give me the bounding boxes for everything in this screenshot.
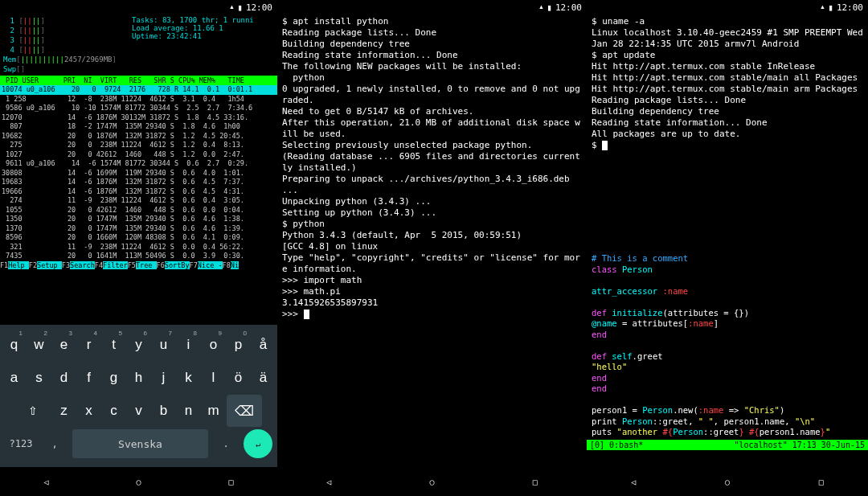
key-k[interactable]: k (177, 362, 200, 394)
status-bar: 12:00 (0, 0, 277, 14)
process-row[interactable]: 275 20 0 238M 11224 4612 S 1.2 0.4 8:13. (0, 141, 277, 150)
key-v[interactable]: v (127, 395, 150, 427)
panel-python-terminal: 12:00 $ apt install python Reading packa… (277, 0, 587, 496)
status-bar: 12:00 (587, 0, 868, 14)
key-r[interactable]: 4r (77, 329, 100, 361)
key-ä[interactable]: ä (252, 362, 275, 394)
empty-space (587, 147, 868, 252)
status-time: 12:00 (837, 2, 863, 13)
process-row[interactable]: 19683 14 -6 1876M 132M 31872 S 0.6 4.5 7… (0, 178, 277, 187)
panel-htop: 12:00 1 [||||]2 [||||]3 [||||]4 [||||]Me… (0, 0, 277, 496)
key-q[interactable]: 1q (2, 329, 26, 361)
htop-process-list[interactable]: 10074 u0_a106 20 0 9724 2176 728 R 14.1 … (0, 85, 277, 261)
key-f[interactable]: f (77, 362, 100, 394)
tmux-status-bar: [0] 0:bash* "localhost" 17:13 30-Jun-15 (587, 440, 868, 450)
key-y[interactable]: 6y (127, 329, 150, 361)
recents-button[interactable]: □ (223, 473, 240, 490)
process-row[interactable]: 19666 14 -6 1876M 132M 31872 S 0.6 4.5 4… (0, 187, 277, 197)
home-button[interactable]: ○ (423, 473, 440, 490)
process-row[interactable]: 1370 20 0 1747M 135M 29340 S 0.6 4.6 1:3… (0, 224, 277, 234)
backspace-key[interactable]: ⌫ (227, 395, 262, 427)
process-row[interactable]: 8596 20 0 1660M 120M 48308 S 0.6 4.1 0:0… (0, 233, 277, 243)
wifi-icon (538, 2, 544, 13)
key-z[interactable]: z (52, 395, 76, 427)
key-g[interactable]: g (102, 362, 125, 394)
key-s[interactable]: s (27, 362, 51, 394)
android-navbar: ◁ ○ □ (0, 467, 277, 496)
back-button[interactable]: ◁ (38, 473, 55, 490)
htop-uptime: Uptime: 23:42:41 (132, 32, 254, 40)
process-row[interactable]: 1 258 12 -8 238M 11224 4612 S 3.1 0.4 1h… (0, 95, 277, 105)
symbols-key[interactable]: ?123 (5, 429, 37, 458)
battery-icon (828, 2, 833, 13)
key-l[interactable]: l (202, 362, 225, 394)
key-w[interactable]: 2w (27, 329, 51, 361)
key-b[interactable]: b (152, 395, 175, 427)
key-u[interactable]: 7u (152, 329, 175, 361)
wifi-icon (229, 2, 235, 13)
process-row[interactable]: 807 18 -2 1747M 135M 29340 S 1.8 4.6 1h0… (0, 122, 277, 132)
process-row[interactable]: 321 11 -9 238M 11224 4612 S 0.0 0.4 56:2… (0, 243, 277, 252)
android-navbar: ◁ ○ □ (587, 467, 868, 496)
key-p[interactable]: 0p (227, 329, 250, 361)
cursor (602, 141, 608, 150)
htop-load: Load average: 11.66 1 (132, 24, 254, 32)
key-t[interactable]: 5t (102, 329, 125, 361)
process-row[interactable]: 274 11 -9 238M 11224 4612 S 0.6 0.4 3:05… (0, 196, 277, 206)
key-x[interactable]: x (77, 395, 100, 427)
key-d[interactable]: d (52, 362, 76, 394)
wifi-icon (820, 2, 825, 13)
key-å[interactable]: å (252, 329, 275, 361)
process-row[interactable]: 9586 u0_a106 10 -10 1574M 81772 30344 S … (0, 104, 277, 113)
process-row[interactable]: 7435 20 0 1641M 113M 50496 S 0.0 3.9 0:3… (0, 252, 277, 261)
soft-keyboard[interactable]: 1q2w3e4r5t6y7u8i9o0på asdfghjklöä ⇧ zxcv… (0, 325, 277, 467)
key-c[interactable]: c (102, 395, 125, 427)
panel-apt-ruby: 12:00 $ uname -a Linux localhost 3.10.40… (587, 0, 868, 496)
htop-summary: 1 [||||]2 [||||]3 [||||]4 [||||]Mem[||||… (0, 14, 277, 76)
htop-header: PID USER PRI NI VIRT RES SHR S CPU% MEM%… (0, 76, 277, 85)
key-j[interactable]: j (152, 362, 175, 394)
key-m[interactable]: m (202, 395, 225, 427)
process-row[interactable]: 1350 20 0 1747M 135M 29340 S 0.6 4.6 1:3… (0, 215, 277, 224)
enter-key[interactable]: ↵ (244, 429, 272, 458)
terminal-output[interactable]: $ apt install python Reading package lis… (277, 14, 587, 322)
key-a[interactable]: a (2, 362, 26, 394)
recents-button[interactable]: □ (813, 473, 830, 490)
period-key[interactable]: . (210, 429, 242, 458)
terminal-apt-output[interactable]: $ uname -a Linux localhost 3.10.40-geec2… (587, 14, 868, 147)
key-e[interactable]: 3e (52, 329, 76, 361)
cursor (304, 309, 309, 319)
status-bar: 12:00 (277, 0, 587, 14)
shift-key[interactable]: ⇧ (15, 395, 51, 427)
back-button[interactable]: ◁ (624, 473, 642, 490)
tmux-left: [0] 0:bash* (590, 441, 643, 449)
tmux-right: "localhost" 17:13 30-Jun-15 (734, 441, 865, 449)
status-time: 12:00 (246, 2, 272, 13)
key-i[interactable]: 8i (177, 329, 200, 361)
process-row[interactable]: 9611 u0_a106 14 -6 1574M 81772 30344 S 0… (0, 159, 277, 169)
home-button[interactable]: ○ (719, 473, 736, 490)
android-navbar: ◁ ○ □ (277, 467, 587, 496)
battery-icon (237, 2, 243, 13)
key-o[interactable]: 9o (202, 329, 225, 361)
process-row[interactable]: 1055 20 0 42612 1460 448 S 0.6 0.0 0:04. (0, 206, 277, 215)
process-row[interactable]: 12070 14 -6 1876M 30132M 31872 S 1.8 4.5… (0, 113, 277, 123)
back-button[interactable]: ◁ (320, 473, 338, 490)
htop-fkey-bar[interactable]: F1Help F2Setup F3SearchF4FilterF5Tree F6… (0, 261, 277, 269)
space-key[interactable]: Svenska (72, 429, 208, 458)
key-n[interactable]: n (177, 395, 200, 427)
key-h[interactable]: h (127, 362, 150, 394)
process-row[interactable]: 19682 20 0 1876M 132M 31872 S 1.2 4.5 20… (0, 132, 277, 141)
process-row[interactable]: 1027 20 0 42612 1460 448 S 1.2 0.0 2:47. (0, 150, 277, 160)
status-time: 12:00 (555, 2, 582, 13)
home-button[interactable]: ○ (130, 473, 148, 490)
process-row[interactable]: 30808 14 -6 1699M 119M 29340 S 0.6 4.0 1… (0, 169, 277, 178)
recents-button[interactable]: □ (526, 473, 544, 490)
htop-tasks: Tasks: 83, 1700 thr; 1 runni (132, 16, 254, 24)
key-ö[interactable]: ö (227, 362, 250, 394)
process-row[interactable]: 10074 u0_a106 20 0 9724 2176 728 R 14.1 … (0, 85, 277, 95)
battery-icon (547, 2, 552, 13)
ruby-code-display: # This is a commentclass Person attr_acc… (587, 252, 868, 440)
comma-key[interactable]: , (39, 429, 71, 458)
